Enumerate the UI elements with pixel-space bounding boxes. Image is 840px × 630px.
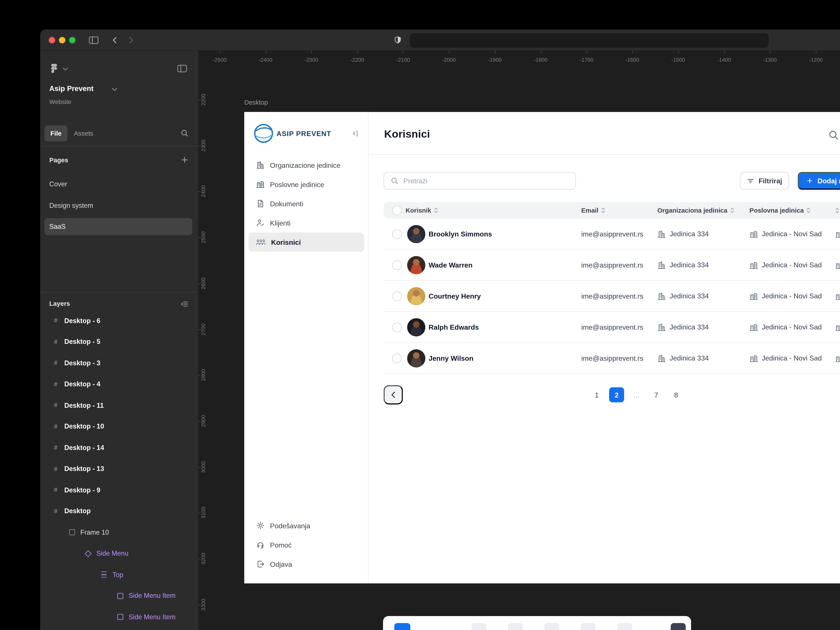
cell-business-unit: Jedinica - Novi Sad [750,354,822,363]
layer-item[interactable]: Desktop - 6 [40,310,198,332]
buildings-icon [750,229,758,238]
layer-item[interactable]: Desktop - 10 [40,416,198,437]
row-checkbox[interactable] [392,322,402,332]
row-checkbox[interactable] [392,291,402,301]
file-name[interactable]: Asip Prevent [49,85,93,92]
nav-item-pomoc[interactable]: Pomoć [248,535,364,554]
shield-icon[interactable] [394,36,402,44]
buildings-icon [835,354,840,363]
main-menu-chevron-icon[interactable] [63,68,68,71]
row-checkbox[interactable] [392,229,402,238]
nav-item-odjava[interactable]: Odjava [248,554,364,574]
page-item-cover[interactable]: Cover [40,175,198,194]
cell-org-unit: Jedinica 334 [657,323,709,332]
column-header-organizaciona-jedinica[interactable]: Organizaciona jedinica [657,207,734,213]
nav-item-poslovne-jedinice[interactable]: Poslovne jedinice [248,175,364,194]
nav-item-podesavanja[interactable]: Podešavanja [248,516,364,535]
layer-item[interactable]: Desktop [40,501,198,522]
sort-icon[interactable] [601,207,605,213]
layer-item[interactable]: Desktop - 5 [40,332,198,353]
pagination-page-1[interactable]: 1 [589,387,605,403]
nav-item-klijenti[interactable]: Klijenti [248,213,364,232]
layer-item[interactable]: Side Menu Item [40,585,198,606]
panel-layout-icon[interactable] [177,65,187,72]
search-icon[interactable] [180,129,189,137]
header-search-icon[interactable] [828,130,839,141]
search-input[interactable] [403,177,569,185]
address-bar[interactable] [410,33,769,48]
cell-name: Jenny Wilson [428,355,474,362]
pagination-page-7[interactable]: 7 [649,387,664,403]
forward-button[interactable] [129,37,133,43]
file-name-chevron-icon[interactable] [112,88,117,91]
layer-item[interactable]: Side Menu [40,543,198,564]
add-user-button[interactable]: Dodaj no [798,172,840,189]
pagination-page-2-active[interactable]: 2 [609,387,624,403]
nav-item-dokumenti[interactable]: Dokumenti [248,194,364,213]
table-row[interactable]: Wade Warren ime@asipprevent.rs Jedinica … [384,249,840,281]
layer-item[interactable]: Desktop - 11 [40,395,198,416]
sort-icon[interactable] [807,207,811,213]
layer-item[interactable]: Desktop - 9 [40,480,198,501]
table-row[interactable]: Jenny Wilson ime@asipprevent.rs Jedinica… [384,343,840,374]
cell-email: ime@asipprevent.rs [581,261,643,268]
layer-item[interactable]: Top [40,564,198,585]
layer-item[interactable]: Desktop - 4 [40,374,198,395]
collapse-layers-icon[interactable] [180,300,189,308]
frame-hash-icon [51,401,60,410]
frame-hash-icon [51,380,60,388]
zoom-window-button[interactable] [69,37,76,43]
column-header-poslovna-jedinica[interactable]: Poslovna jedinica [750,207,811,213]
column-header-korisnik[interactable]: Korisnik [406,207,438,213]
nav-item-organizacione-jedinice[interactable]: Organizacione jedinice [248,155,364,175]
add-page-icon[interactable] [180,156,189,164]
cell-overflow-fragment [835,354,840,363]
page-item-saas[interactable]: SaaS [44,218,192,235]
minimize-window-button[interactable] [59,37,65,43]
tab-file[interactable]: File [44,125,67,141]
pagination-prev-button[interactable] [384,385,403,404]
back-button[interactable] [112,37,117,43]
tab-assets[interactable]: Assets [74,130,93,136]
table-row[interactable]: Ralph Edwards ime@asipprevent.rs Jedinic… [384,312,840,343]
row-checkbox[interactable] [392,260,402,270]
table-row[interactable]: Courtney Henry ime@asipprevent.rs Jedini… [384,281,840,312]
avatar [407,318,425,336]
frame-hash-icon [51,422,60,431]
partial-frame-bottom[interactable] [383,616,691,630]
column-header-email[interactable]: Email [581,207,605,213]
nav-item-korisnici[interactable]: Korisnici [248,232,364,252]
sort-icon[interactable] [730,207,734,213]
cell-name: Brooklyn Simmons [428,231,492,237]
cell-org-unit: Jedinica 334 [657,261,709,269]
buildings-icon [835,292,840,300]
cell-name: Wade Warren [428,261,472,268]
row-checkbox[interactable] [392,353,402,363]
toggle-sidebar-icon[interactable] [89,36,99,44]
close-window-button[interactable] [49,37,55,43]
layer-item[interactable]: Frame 10 [40,522,198,543]
cell-org-unit: Jedinica 334 [657,354,709,363]
page-item-design-system[interactable]: Design system [40,196,198,215]
layer-item[interactable]: Desktop - 13 [40,458,198,480]
figma-canvas[interactable]: -2500-2400-2300-2200-2100-2000-1900-1800… [198,51,840,630]
table-row[interactable]: Brooklyn Simmons ime@asipprevent.rs Jedi… [384,218,840,249]
layer-item[interactable]: Side Menu Item [40,606,198,628]
sidebar-collapse-icon[interactable] [351,130,359,137]
sort-icon[interactable] [434,207,438,213]
pagination-page-8[interactable]: 8 [668,387,684,403]
frame-hash-icon [51,444,60,452]
cell-overflow-fragment [835,292,840,300]
header-checkbox[interactable] [392,205,402,215]
search-field[interactable] [384,172,576,189]
layer-item[interactable]: Desktop - 14 [40,437,198,458]
frame-label[interactable]: Desktop [244,99,268,106]
design-frame-desktop[interactable]: ASIP PREVENT Organizacione jedinice Posl… [244,112,840,583]
building-icon [657,354,666,363]
filter-button[interactable]: Filtriraj [740,172,789,189]
buildings-icon [835,323,840,332]
cell-business-unit: Jedinica - Novi Sad [750,323,822,332]
figma-logo-icon[interactable] [51,64,57,73]
page-header: Korisnici [369,112,840,155]
layer-item[interactable]: Desktop - 3 [40,352,198,374]
